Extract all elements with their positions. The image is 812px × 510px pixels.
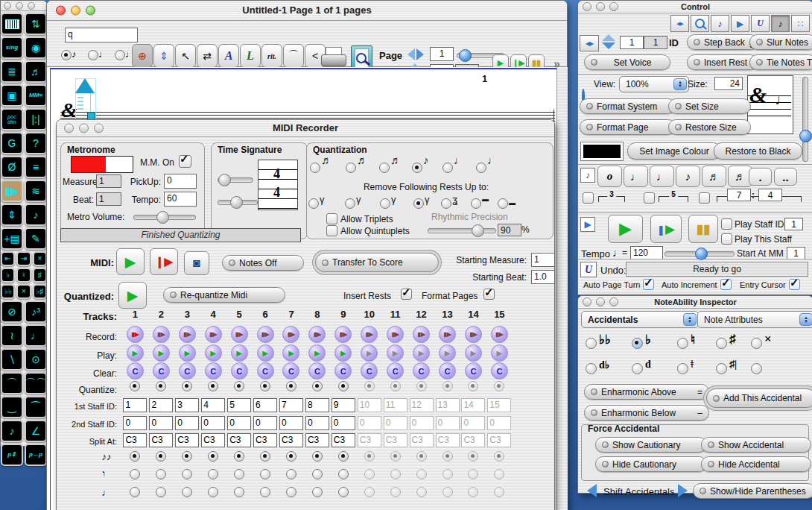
size-field[interactable]: 24 xyxy=(714,77,743,90)
spacing-tool[interactable]: ⇄ xyxy=(197,44,218,68)
track-15-staff1-field[interactable]: 15 xyxy=(487,398,511,412)
track-13-voice-both-radio[interactable] xyxy=(443,451,453,462)
note-mode-icon[interactable]: ♪ xyxy=(711,15,729,32)
note-stem-icon[interactable]: ♩ xyxy=(25,324,47,347)
track-7-split-field[interactable]: C3 xyxy=(279,433,303,447)
custom-tuplet-checkbox[interactable] xyxy=(699,192,710,204)
track-8-voice-down-radio[interactable] xyxy=(312,469,323,479)
mm-on-checkbox[interactable] xyxy=(179,155,191,168)
track-10-voice-down-radio[interactable] xyxy=(364,469,375,479)
dynamics-updown-icon[interactable]: p⇕ xyxy=(1,444,23,466)
accidentals-popup-stepper[interactable]: ▲▼ xyxy=(683,313,697,326)
palette-window-dots[interactable] xyxy=(4,2,35,10)
lyric-tool[interactable]: L xyxy=(240,44,261,68)
track-5-split-field[interactable]: C3 xyxy=(227,433,251,447)
track-7-staff2-field[interactable]: 0 xyxy=(279,416,303,430)
track-8-play-button[interactable]: ▶ xyxy=(308,344,326,362)
page-number-field[interactable]: 1 xyxy=(430,47,454,61)
track-10-split-field[interactable]: C3 xyxy=(358,433,381,447)
track-14-staff2-field[interactable]: 0 xyxy=(461,416,485,430)
grace-icon[interactable]: G xyxy=(1,132,23,154)
track-12-record-button[interactable]: ▮▶ xyxy=(413,326,430,343)
transfer-to-score-button[interactable]: Transfer To Score xyxy=(315,253,439,272)
dot-button[interactable]: . xyxy=(749,168,772,186)
track-1-record-button[interactable]: ▮▶ xyxy=(127,326,144,343)
insert-rests-checkbox[interactable] xyxy=(401,289,412,300)
rest-quarter-radio[interactable] xyxy=(441,198,451,209)
record-tool-icon[interactable]: ▮▶ xyxy=(1,180,23,202)
track-4-staff2-field[interactable]: 0 xyxy=(201,416,225,430)
entry-mode-icon[interactable]: ♪ xyxy=(771,15,790,32)
entry-cursor[interactable] xyxy=(75,78,96,122)
undo-mode-icon[interactable]: U xyxy=(751,15,770,32)
control-minimize-button[interactable] xyxy=(596,2,605,11)
track-8-quantize-radio[interactable] xyxy=(312,381,323,391)
page-updown-icon[interactable]: ⇅ xyxy=(25,13,47,35)
restore-to-black-button[interactable]: Restore to Black xyxy=(714,142,802,160)
track-15-split-field[interactable]: C3 xyxy=(487,433,511,447)
track-1-quantize-radio[interactable] xyxy=(130,381,140,391)
track-13-staff1-field[interactable]: 13 xyxy=(436,398,460,412)
track-11-clear-button[interactable]: C xyxy=(387,362,404,380)
track-3-staff1-field[interactable]: 3 xyxy=(175,398,199,412)
track-15-play-button[interactable]: ▶ xyxy=(491,344,508,362)
tuplet-d-field[interactable]: 4 xyxy=(758,189,782,201)
midi-window-dots[interactable] xyxy=(64,124,104,133)
track-15-voice-down-radio[interactable] xyxy=(494,469,504,479)
track-11-play-button[interactable]: ▶ xyxy=(387,344,404,362)
restore-size-button[interactable]: Restore Size xyxy=(668,119,751,135)
track-6-quantize-radio[interactable] xyxy=(260,381,270,391)
half-duration-radio[interactable] xyxy=(115,50,125,60)
track-2-voice-up-radio[interactable] xyxy=(156,487,166,497)
track-14-clear-button[interactable]: C xyxy=(465,362,482,380)
track-4-record-button[interactable]: ▮▶ xyxy=(205,326,222,343)
natural-radio[interactable] xyxy=(677,338,688,349)
duration-entry-field[interactable]: q xyxy=(65,28,138,42)
note-grid-icon[interactable]: ♬ xyxy=(25,60,47,83)
zoom-button[interactable] xyxy=(86,6,95,16)
track-1-play-button[interactable]: ▶ xyxy=(127,344,144,362)
track-8-voice-up-radio[interactable] xyxy=(312,487,323,497)
play-staff-id-field[interactable]: 1 xyxy=(784,218,803,230)
menu-list-icon[interactable]: ≡ xyxy=(25,156,47,178)
play-mode-icon[interactable]: ▶ xyxy=(731,15,749,32)
track-3-staff2-field[interactable]: 0 xyxy=(175,416,199,430)
double-sharp-icon[interactable]: × xyxy=(16,284,31,299)
show-hide-note-icon[interactable]: ⊙ xyxy=(25,348,47,371)
sixteenth-note-button[interactable]: ♬ xyxy=(702,166,726,187)
track-5-voice-down-radio[interactable] xyxy=(234,469,244,479)
quantize-quarter-radio[interactable] xyxy=(443,163,453,173)
inspector-minimize-button[interactable] xyxy=(596,298,605,306)
track-10-clear-button[interactable]: C xyxy=(361,362,378,380)
midi-minimize-button[interactable] xyxy=(79,124,89,133)
tuplet-n-field[interactable]: 7 xyxy=(727,189,751,201)
vertical-adjust-tool[interactable]: ⇕ xyxy=(153,44,174,68)
flat-sharp-icon[interactable]: ♭♯ xyxy=(33,284,47,299)
track-14-voice-down-radio[interactable] xyxy=(468,469,478,479)
precision-slider[interactable] xyxy=(428,228,496,233)
size-vslider-thumb[interactable] xyxy=(799,130,812,142)
rest-64th-radio[interactable] xyxy=(308,198,319,209)
minimize-button[interactable] xyxy=(71,6,80,16)
track-9-staff2-field[interactable]: 0 xyxy=(332,416,355,430)
track-4-staff1-field[interactable]: 4 xyxy=(201,398,225,412)
track-3-record-button[interactable]: ▮▶ xyxy=(179,326,196,343)
track-1-staff1-field[interactable]: 1 xyxy=(123,398,147,412)
track-9-voice-both-radio[interactable] xyxy=(338,451,349,462)
track-13-clear-button[interactable]: C xyxy=(439,362,456,380)
control-window-dots[interactable] xyxy=(583,2,618,11)
track-12-staff1-field[interactable]: 12 xyxy=(410,398,434,412)
track-12-voice-up-radio[interactable] xyxy=(416,487,427,497)
track-6-staff1-field[interactable]: 6 xyxy=(253,398,277,412)
play-staff-id-checkbox[interactable] xyxy=(721,218,732,230)
requantize-button[interactable]: Re-quantize Midi xyxy=(163,287,285,303)
track-8-staff1-field[interactable]: 8 xyxy=(305,398,329,412)
track-7-quantize-radio[interactable] xyxy=(286,381,296,391)
track-9-voice-up-radio[interactable] xyxy=(338,487,349,497)
set-size-button[interactable]: Set Size xyxy=(668,98,751,114)
track-7-record-button[interactable]: ▮▶ xyxy=(282,326,299,343)
edit-document-icon[interactable]: ✎ xyxy=(25,227,47,250)
tie-notes-button[interactable]: Tie Notes T xyxy=(749,54,812,70)
insert-rest-button[interactable]: Insert Restr xyxy=(687,54,758,70)
enharmonic-below-button[interactable]: Enharmonic Below– xyxy=(584,405,709,421)
